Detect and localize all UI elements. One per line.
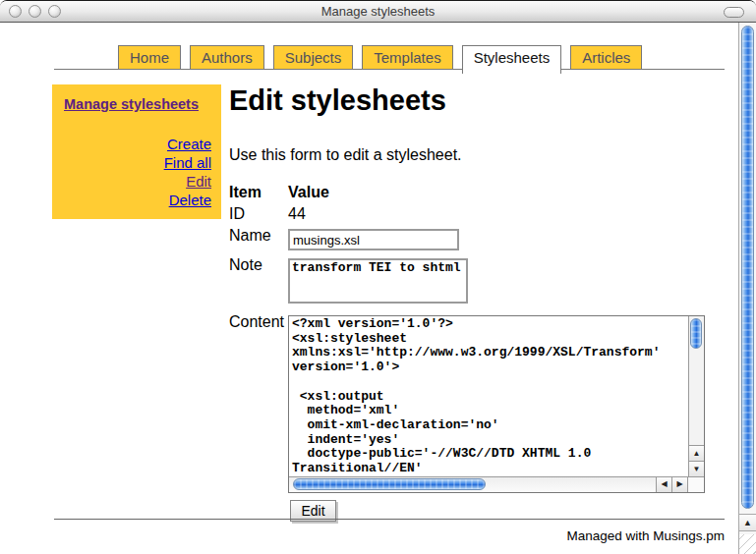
scroll-up-icon[interactable]: ▲: [689, 445, 704, 461]
sidebar-nav: Create Find all Edit Delete: [64, 135, 211, 209]
zoom-button-icon[interactable]: [48, 5, 61, 18]
close-button-icon[interactable]: [9, 5, 22, 18]
scroll-down-icon[interactable]: ▼: [689, 461, 704, 476]
minimize-button-icon[interactable]: [29, 5, 41, 18]
content-text[interactable]: <?xml version='1.0'?> <xsl:stylesheet xm…: [289, 316, 687, 475]
window-scrollbar[interactable]: ▲: [738, 23, 756, 554]
content-label: Content: [229, 311, 288, 333]
sidebar-heading-link[interactable]: Manage stylesheets: [64, 96, 199, 112]
scroll-right-icon[interactable]: ▶: [671, 477, 687, 492]
content-vertical-scrollbar[interactable]: ▲ ▼: [688, 316, 704, 476]
footer-text: Managed with Musings.pm: [566, 528, 725, 543]
tab-subjects[interactable]: Subjects: [273, 45, 354, 69]
window-scrollbar-thumb[interactable]: [741, 26, 754, 509]
content-horizontal-scrollbar[interactable]: ◀ ▶: [289, 476, 704, 492]
scroll-left-icon[interactable]: ◀: [656, 477, 671, 492]
id-value: 44: [288, 203, 705, 225]
sidebar-item-delete[interactable]: Delete: [64, 191, 211, 209]
sidebar-item-edit[interactable]: Edit: [64, 172, 211, 191]
horizontal-scrollbar-thumb[interactable]: [293, 478, 486, 490]
browser-window: Manage stylesheets Home Authors Subjects…: [0, 0, 756, 554]
sidebar-item-create[interactable]: Create: [64, 135, 211, 153]
tab-templates[interactable]: Templates: [362, 45, 452, 69]
tab-articles[interactable]: Articles: [570, 45, 642, 69]
vertical-scrollbar-thumb[interactable]: [690, 318, 702, 349]
footer-rule: [54, 519, 725, 520]
page-title: Edit stylesheets: [229, 84, 705, 117]
tab-authors[interactable]: Authors: [190, 45, 264, 69]
scrollbar-corner: [687, 477, 704, 492]
name-label: Name: [229, 225, 288, 247]
column-header-value: Value: [288, 182, 705, 203]
column-header-item: Item: [229, 182, 288, 203]
intro-text: Use this form to edit a stylesheet.: [229, 146, 705, 164]
window-titlebar: Manage stylesheets: [0, 1, 756, 23]
stylesheet-form: Item Value ID 44 Name Note transform TEI…: [229, 182, 705, 524]
content-textarea[interactable]: <?xml version='1.0'?> <xsl:stylesheet xm…: [288, 315, 705, 493]
name-input[interactable]: [288, 229, 459, 250]
resize-grip[interactable]: [739, 534, 756, 554]
main-content: Edit stylesheets Use this form to edit a…: [229, 84, 705, 524]
tab-home[interactable]: Home: [118, 45, 181, 69]
sidebar: Manage stylesheets Create Find all Edit …: [52, 84, 221, 219]
window-scroll-up-icon[interactable]: ▲: [739, 514, 756, 531]
tab-bar: Home Authors Subjects Templates Styleshe…: [118, 45, 642, 74]
window-title: Manage stylesheets: [321, 4, 436, 19]
note-label: Note: [229, 254, 288, 276]
note-textarea[interactable]: transform TEI to shtml: [288, 258, 468, 304]
horizontal-scroll-track[interactable]: [289, 477, 656, 492]
id-label: ID: [229, 203, 288, 225]
tab-stylesheets[interactable]: Stylesheets: [462, 45, 562, 74]
sidebar-item-find-all[interactable]: Find all: [64, 153, 211, 172]
toolbar-toggle-button[interactable]: [724, 7, 744, 18]
